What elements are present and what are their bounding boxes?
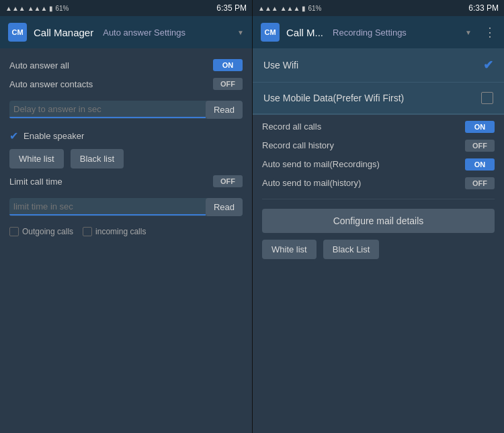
battery-percent-left: 61% — [55, 5, 69, 12]
limit-time-input-row: Read — [9, 198, 243, 216]
record-history-row: Record call history OFF — [262, 140, 495, 152]
record-history-toggle[interactable]: OFF — [465, 140, 495, 152]
mobile-checkbox[interactable] — [481, 92, 493, 104]
use-wifi-item[interactable]: Use Wifi ✔ — [253, 48, 504, 83]
enable-speaker-label: Enable speaker — [24, 131, 84, 141]
black-list-button-left[interactable]: Black list — [71, 149, 124, 169]
time-right: 6:33 PM — [468, 3, 499, 13]
record-all-label: Record all calls — [262, 122, 460, 133]
use-mobile-item[interactable]: Use Mobile Data(Prefer Wifi First) — [253, 83, 504, 114]
call-type-row: Outgoing calls incoming calls — [9, 227, 243, 236]
app-header-left: CM Call Manager Auto answer Settings ▼ — [0, 16, 252, 48]
time-left: 6:35 PM — [216, 3, 247, 13]
app-title-left: Call Manager — [34, 27, 93, 38]
incoming-checkbox[interactable] — [83, 227, 92, 236]
signal-icons-right: ▲▲▲ ▲▲▲ ▮ 61% — [258, 5, 321, 12]
screen-title-left: Auto answer Settings — [103, 28, 185, 38]
wifi-check-icon: ✔ — [483, 58, 493, 73]
app-icon-left: CM — [8, 23, 27, 42]
limit-call-time-row: Limit call time OFF — [9, 175, 243, 187]
signal-icon-right-2: ▲▲▲ — [280, 5, 300, 12]
use-wifi-label: Use Wifi — [263, 60, 476, 70]
status-bar-right: ▲▲▲ ▲▲▲ ▮ 61% 6:33 PM — [253, 0, 504, 16]
white-list-button-right[interactable]: White list — [262, 240, 317, 259]
auto-answer-contacts-toggle[interactable]: OFF — [213, 78, 243, 90]
incoming-calls-label: incoming calls — [95, 227, 146, 236]
incoming-calls-item: incoming calls — [83, 227, 146, 236]
limit-call-time-label: Limit call time — [9, 177, 206, 187]
auto-answer-all-row: Auto answer all ON — [9, 59, 243, 71]
limit-time-read-button[interactable]: Read — [206, 198, 243, 216]
outgoing-calls-item: Outgoing calls — [9, 227, 73, 236]
record-all-toggle[interactable]: ON — [465, 121, 495, 133]
dropdown-menu: Use Wifi ✔ Use Mobile Data(Prefer Wifi F… — [253, 48, 504, 115]
outgoing-calls-label: Outgoing calls — [22, 227, 73, 236]
divider-right — [262, 199, 495, 199]
app-title-right: Call M... — [286, 27, 323, 38]
record-history-label: Record call history — [262, 140, 460, 152]
auto-send-mail-toggle[interactable]: ON — [465, 158, 495, 171]
auto-answer-contacts-label: Auto answer contacts — [9, 79, 206, 89]
delay-input[interactable] — [9, 101, 206, 118]
auto-send-history-row: Auto send to mail(history) OFF — [262, 177, 495, 189]
enable-speaker-row: ✔ Enable speaker — [9, 130, 243, 142]
record-all-row: Record all calls ON — [262, 121, 495, 133]
battery-icon-right: ▮ — [302, 5, 306, 12]
auto-answer-all-toggle[interactable]: ON — [213, 59, 243, 71]
auto-answer-contacts-row: Auto answer contacts OFF — [9, 78, 243, 90]
auto-answer-all-label: Auto answer all — [9, 60, 206, 70]
signal-icons-left: ▲▲▲ ▲▲▲ ▮ 61% — [5, 5, 69, 12]
right-screen-content: Record all calls ON Record call history … — [253, 110, 504, 433]
auto-send-mail-row: Auto send to mail(Recordings) ON — [262, 158, 495, 171]
outgoing-checkbox[interactable] — [9, 227, 19, 236]
app-header-right: CM Call M... Recording Settings ▼ ⋮ — [253, 16, 504, 48]
app-icon-right: CM — [261, 23, 280, 42]
screen-title-right: Recording Settings — [333, 28, 407, 38]
left-phone-screen: ▲▲▲ ▲▲▲ ▮ 61% 6:35 PM CM Call Manager Au… — [0, 0, 252, 433]
limit-time-input[interactable] — [9, 199, 206, 215]
auto-send-history-label: Auto send to mail(history) — [262, 178, 460, 189]
auto-send-mail-label: Auto send to mail(Recordings) — [262, 159, 460, 171]
signal-arrow-left: ▼ — [237, 29, 244, 36]
black-list-button-right[interactable]: Black List — [323, 240, 380, 259]
speaker-checkmark-icon: ✔ — [9, 130, 18, 142]
signal-icon-1: ▲▲▲ — [5, 5, 26, 12]
signal-icon-2: ▲▲▲ — [28, 5, 48, 12]
signal-icon-right-1: ▲▲▲ — [258, 5, 278, 12]
signal-arrow-right: ▼ — [465, 29, 472, 36]
use-mobile-label: Use Mobile Data(Prefer Wifi First) — [263, 93, 474, 103]
white-list-button-left[interactable]: White list — [9, 149, 64, 169]
configure-mail-button[interactable]: Configure mail details — [262, 209, 495, 233]
delay-read-button[interactable]: Read — [206, 101, 243, 119]
delay-input-row: Read — [9, 101, 243, 119]
status-bar-left: ▲▲▲ ▲▲▲ ▮ 61% 6:35 PM — [0, 0, 252, 16]
more-icon-right[interactable]: ⋮ — [484, 25, 496, 40]
battery-percent-right: 61% — [308, 5, 321, 12]
list-buttons-row: White list Black list — [9, 149, 243, 169]
battery-icon: ▮ — [49, 5, 53, 12]
limit-call-time-toggle[interactable]: OFF — [213, 175, 243, 187]
right-phone-screen: ▲▲▲ ▲▲▲ ▮ 61% 6:33 PM CM Call M... Recor… — [252, 0, 504, 433]
list-buttons-row-right: White list Black List — [262, 240, 495, 259]
auto-send-history-toggle[interactable]: OFF — [465, 177, 495, 189]
left-screen-content: Auto answer all ON Auto answer contacts … — [0, 48, 252, 433]
